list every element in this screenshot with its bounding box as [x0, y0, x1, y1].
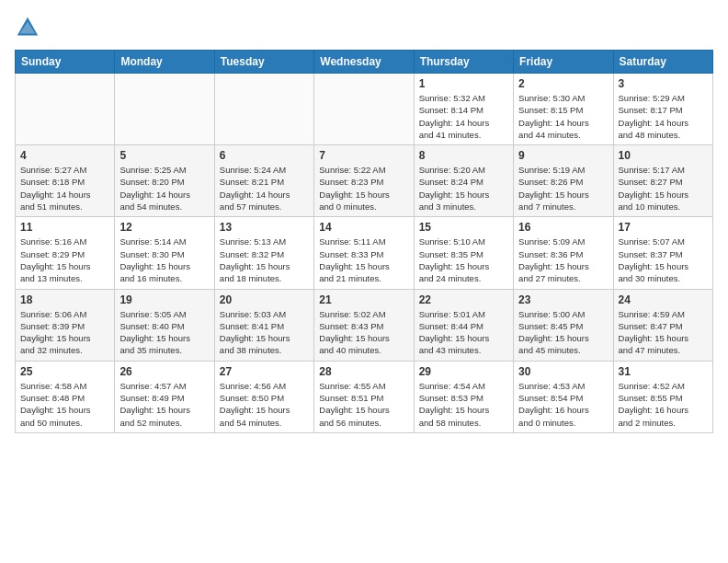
- day-info: Sunrise: 5:30 AMSunset: 8:15 PMDaylight:…: [518, 92, 608, 141]
- day-info: Sunrise: 4:58 AMSunset: 8:48 PMDaylight:…: [20, 380, 109, 429]
- calendar-cell: 23Sunrise: 5:00 AMSunset: 8:45 PMDayligh…: [514, 289, 613, 361]
- calendar-cell: 31Sunrise: 4:52 AMSunset: 8:55 PMDayligh…: [613, 361, 712, 432]
- day-number: 6: [220, 149, 309, 162]
- calendar-header-row: SundayMondayTuesdayWednesdayThursdayFrid…: [16, 51, 713, 74]
- day-info: Sunrise: 5:16 AMSunset: 8:29 PMDaylight:…: [20, 236, 109, 284]
- day-info: Sunrise: 5:29 AMSunset: 8:17 PMDaylight:…: [619, 92, 708, 141]
- day-number: 14: [319, 221, 408, 234]
- day-number: 3: [619, 77, 708, 90]
- day-number: 10: [619, 149, 708, 162]
- header-wednesday: Wednesday: [314, 51, 414, 74]
- day-number: 4: [20, 149, 109, 162]
- calendar-cell: 22Sunrise: 5:01 AMSunset: 8:44 PMDayligh…: [414, 289, 513, 361]
- header-friday: Friday: [514, 51, 613, 74]
- day-number: 31: [619, 365, 708, 378]
- day-number: 2: [518, 77, 608, 90]
- day-info: Sunrise: 4:52 AMSunset: 8:55 PMDaylight:…: [619, 380, 708, 429]
- day-number: 30: [518, 365, 608, 378]
- day-number: 18: [20, 293, 109, 306]
- day-number: 5: [119, 149, 209, 162]
- calendar-cell: 16Sunrise: 5:09 AMSunset: 8:36 PMDayligh…: [514, 217, 613, 289]
- calendar-cell: 26Sunrise: 4:57 AMSunset: 8:49 PMDayligh…: [115, 361, 214, 432]
- day-info: Sunrise: 5:17 AMSunset: 8:27 PMDaylight:…: [619, 164, 708, 213]
- header-sunday: Sunday: [16, 51, 115, 74]
- calendar-cell: 6Sunrise: 5:24 AMSunset: 8:21 PMDaylight…: [214, 145, 313, 217]
- day-number: 21: [319, 293, 408, 306]
- calendar-cell: 29Sunrise: 4:54 AMSunset: 8:53 PMDayligh…: [414, 361, 513, 432]
- logo: [15, 15, 44, 40]
- day-number: 12: [119, 221, 209, 234]
- day-number: 25: [20, 365, 109, 378]
- header-saturday: Saturday: [613, 51, 712, 74]
- calendar-week-4: 18Sunrise: 5:06 AMSunset: 8:39 PMDayligh…: [16, 289, 713, 361]
- day-info: Sunrise: 5:06 AMSunset: 8:39 PMDaylight:…: [20, 308, 109, 357]
- day-info: Sunrise: 4:56 AMSunset: 8:50 PMDaylight:…: [220, 380, 309, 429]
- day-info: Sunrise: 5:25 AMSunset: 8:20 PMDaylight:…: [119, 164, 209, 213]
- calendar-cell: [115, 74, 214, 145]
- day-info: Sunrise: 5:20 AMSunset: 8:24 PMDaylight:…: [419, 164, 508, 213]
- calendar-cell: 5Sunrise: 5:25 AMSunset: 8:20 PMDaylight…: [115, 145, 214, 217]
- day-number: 24: [619, 293, 708, 306]
- day-info: Sunrise: 5:05 AMSunset: 8:40 PMDaylight:…: [119, 308, 209, 357]
- day-info: Sunrise: 5:24 AMSunset: 8:21 PMDaylight:…: [220, 164, 309, 213]
- day-info: Sunrise: 5:32 AMSunset: 8:14 PMDaylight:…: [419, 92, 508, 141]
- calendar-week-5: 25Sunrise: 4:58 AMSunset: 8:48 PMDayligh…: [16, 361, 713, 432]
- calendar-cell: 13Sunrise: 5:13 AMSunset: 8:32 PMDayligh…: [214, 217, 313, 289]
- calendar-cell: 4Sunrise: 5:27 AMSunset: 8:18 PMDaylight…: [16, 145, 115, 217]
- header-monday: Monday: [115, 51, 214, 74]
- day-info: Sunrise: 5:02 AMSunset: 8:43 PMDaylight:…: [319, 308, 408, 357]
- header-thursday: Thursday: [414, 51, 513, 74]
- day-number: 29: [419, 365, 508, 378]
- calendar-cell: 20Sunrise: 5:03 AMSunset: 8:41 PMDayligh…: [214, 289, 313, 361]
- day-info: Sunrise: 5:03 AMSunset: 8:41 PMDaylight:…: [220, 308, 309, 357]
- calendar-week-1: 1Sunrise: 5:32 AMSunset: 8:14 PMDaylight…: [16, 74, 713, 145]
- calendar-cell: 9Sunrise: 5:19 AMSunset: 8:26 PMDaylight…: [514, 145, 613, 217]
- calendar-cell: 14Sunrise: 5:11 AMSunset: 8:33 PMDayligh…: [314, 217, 414, 289]
- day-number: 15: [419, 221, 508, 234]
- calendar-cell: 21Sunrise: 5:02 AMSunset: 8:43 PMDayligh…: [314, 289, 414, 361]
- calendar-week-3: 11Sunrise: 5:16 AMSunset: 8:29 PMDayligh…: [16, 217, 713, 289]
- calendar-cell: 11Sunrise: 5:16 AMSunset: 8:29 PMDayligh…: [16, 217, 115, 289]
- day-info: Sunrise: 5:13 AMSunset: 8:32 PMDaylight:…: [220, 236, 309, 284]
- calendar-cell: 1Sunrise: 5:32 AMSunset: 8:14 PMDaylight…: [414, 74, 513, 145]
- day-info: Sunrise: 5:19 AMSunset: 8:26 PMDaylight:…: [518, 164, 608, 213]
- calendar-cell: 19Sunrise: 5:05 AMSunset: 8:40 PMDayligh…: [115, 289, 214, 361]
- day-info: Sunrise: 5:10 AMSunset: 8:35 PMDaylight:…: [419, 236, 508, 284]
- day-number: 8: [419, 149, 508, 162]
- day-info: Sunrise: 5:07 AMSunset: 8:37 PMDaylight:…: [619, 236, 708, 284]
- day-number: 16: [518, 221, 608, 234]
- calendar-cell: [16, 74, 115, 145]
- day-number: 1: [419, 77, 508, 90]
- day-info: Sunrise: 4:55 AMSunset: 8:51 PMDaylight:…: [319, 380, 408, 429]
- calendar-table: SundayMondayTuesdayWednesdayThursdayFrid…: [15, 50, 713, 433]
- day-number: 26: [119, 365, 209, 378]
- day-info: Sunrise: 4:53 AMSunset: 8:54 PMDaylight:…: [518, 380, 608, 429]
- day-info: Sunrise: 5:22 AMSunset: 8:23 PMDaylight:…: [319, 164, 408, 213]
- calendar-cell: [314, 74, 414, 145]
- day-info: Sunrise: 5:00 AMSunset: 8:45 PMDaylight:…: [518, 308, 608, 357]
- day-number: 7: [319, 149, 408, 162]
- day-number: 23: [518, 293, 608, 306]
- calendar-cell: 17Sunrise: 5:07 AMSunset: 8:37 PMDayligh…: [613, 217, 712, 289]
- calendar-cell: 12Sunrise: 5:14 AMSunset: 8:30 PMDayligh…: [115, 217, 214, 289]
- day-info: Sunrise: 5:09 AMSunset: 8:36 PMDaylight:…: [518, 236, 608, 284]
- calendar-cell: 3Sunrise: 5:29 AMSunset: 8:17 PMDaylight…: [613, 74, 712, 145]
- day-info: Sunrise: 5:27 AMSunset: 8:18 PMDaylight:…: [20, 164, 109, 213]
- calendar-cell: 8Sunrise: 5:20 AMSunset: 8:24 PMDaylight…: [414, 145, 513, 217]
- day-number: 28: [319, 365, 408, 378]
- calendar-cell: 27Sunrise: 4:56 AMSunset: 8:50 PMDayligh…: [214, 361, 313, 432]
- day-number: 19: [119, 293, 209, 306]
- calendar-cell: 7Sunrise: 5:22 AMSunset: 8:23 PMDaylight…: [314, 145, 414, 217]
- calendar-cell: 15Sunrise: 5:10 AMSunset: 8:35 PMDayligh…: [414, 217, 513, 289]
- day-number: 20: [220, 293, 309, 306]
- day-info: Sunrise: 4:59 AMSunset: 8:47 PMDaylight:…: [619, 308, 708, 357]
- logo-icon: [15, 15, 40, 40]
- day-number: 9: [518, 149, 608, 162]
- day-info: Sunrise: 5:01 AMSunset: 8:44 PMDaylight:…: [419, 308, 508, 357]
- calendar-cell: 18Sunrise: 5:06 AMSunset: 8:39 PMDayligh…: [16, 289, 115, 361]
- header-tuesday: Tuesday: [214, 51, 313, 74]
- calendar-cell: [214, 74, 313, 145]
- day-info: Sunrise: 4:54 AMSunset: 8:53 PMDaylight:…: [419, 380, 508, 429]
- calendar-cell: 28Sunrise: 4:55 AMSunset: 8:51 PMDayligh…: [314, 361, 414, 432]
- calendar-cell: 2Sunrise: 5:30 AMSunset: 8:15 PMDaylight…: [514, 74, 613, 145]
